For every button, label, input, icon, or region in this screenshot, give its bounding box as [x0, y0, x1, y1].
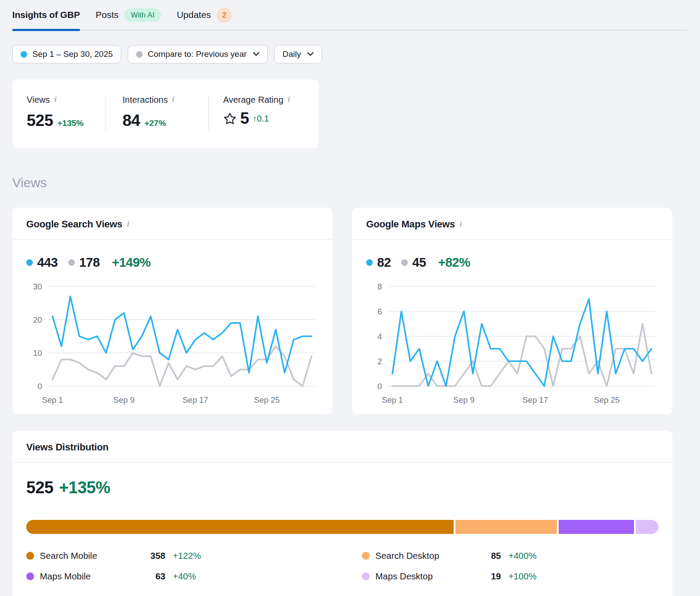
- previous-series-dot-icon: [401, 259, 408, 266]
- legend-item-maps-mobile: Maps Mobile 63 +40%: [26, 571, 362, 582]
- legend-change: +40%: [173, 571, 196, 582]
- legend-item-maps-desktop: Maps Desktop 19 +100%: [362, 571, 658, 582]
- legend-value: 358: [144, 551, 165, 561]
- previous-period-dot-icon: [136, 51, 143, 58]
- svg-text:0: 0: [38, 382, 42, 391]
- svg-text:Sep 25: Sep 25: [594, 395, 620, 404]
- info-icon[interactable]: i: [54, 95, 56, 104]
- summary-average-rating: Average Rating i 5 ↑0.1: [208, 95, 318, 130]
- summary-views-label-row: Views i: [27, 95, 105, 105]
- svg-text:30: 30: [33, 282, 42, 291]
- views-change: +135%: [57, 119, 84, 128]
- maps-mobile-dot-icon: [26, 572, 34, 580]
- tab-insights-of-gbp[interactable]: Insights of GBP: [12, 0, 80, 30]
- legend-item-search-desktop: Search Desktop 85 +400%: [362, 551, 658, 561]
- legend-label: Search Mobile: [40, 551, 144, 561]
- interactions-change: +27%: [144, 119, 166, 128]
- legend-label: Search Desktop: [375, 551, 479, 561]
- tab-label: Posts: [96, 10, 119, 20]
- summary-interactions-label-row: Interactions i: [122, 95, 208, 105]
- svg-text:Sep 1: Sep 1: [382, 395, 403, 404]
- views-distribution-card: Views Distribution 525 +135% Search Mobi…: [12, 431, 672, 596]
- granularity-label: Daily: [283, 49, 301, 59]
- google-maps-views-chart[interactable]: 02468Sep 1Sep 9Sep 17Sep 25: [366, 279, 658, 407]
- chart-title: Google Search Views: [26, 219, 122, 230]
- current-period-dot-icon: [21, 51, 27, 58]
- tab-posts[interactable]: Posts With AI: [96, 0, 161, 30]
- granularity-dropdown[interactable]: Daily: [274, 45, 322, 63]
- legend-value: 85: [479, 551, 501, 561]
- current-series-dot-icon: [26, 259, 33, 266]
- info-icon[interactable]: i: [288, 95, 290, 104]
- legend-value: 63: [144, 571, 165, 582]
- svg-text:6: 6: [378, 307, 382, 316]
- star-icon: [223, 112, 237, 125]
- distribution-bar-segment: [455, 520, 557, 534]
- arrow-up-icon: ↑: [252, 114, 257, 123]
- distribution-stacked-bar[interactable]: [26, 520, 658, 534]
- svg-text:20: 20: [33, 315, 42, 324]
- views-value: 525: [27, 112, 53, 130]
- average-rating-label: Average Rating: [223, 95, 284, 105]
- legend-change: +100%: [508, 571, 536, 582]
- distribution-total: 525 +135%: [26, 478, 658, 497]
- chevron-down-icon: [253, 52, 259, 56]
- views-section-title: Views: [12, 175, 700, 190]
- legend-change: +122%: [173, 551, 201, 561]
- svg-text:0: 0: [378, 382, 382, 391]
- legend-item-search-mobile: Search Mobile 358 +122%: [26, 551, 362, 561]
- distribution-legend: Search Mobile 358 +122% Search Desktop 8…: [26, 551, 658, 582]
- change-percent: +82%: [438, 255, 470, 270]
- info-icon[interactable]: i: [127, 220, 130, 229]
- google-search-views-chart[interactable]: 0102030Sep 1Sep 9Sep 17Sep 25: [26, 279, 318, 407]
- distribution-bar-segment: [26, 520, 454, 534]
- chevron-down-icon: [307, 52, 314, 56]
- chart-title: Google Maps Views: [366, 219, 455, 230]
- summary-card: Views i 525 +135% Interactions i 84 +27%…: [12, 80, 318, 148]
- rating-change-value: 0.1: [257, 114, 269, 123]
- search-desktop-dot-icon: [362, 552, 370, 560]
- date-range-button[interactable]: Sep 1 – Sep 30, 2025: [12, 45, 121, 63]
- maps-desktop-dot-icon: [362, 572, 370, 580]
- compare-to-label: Compare to: Previous year: [148, 49, 247, 59]
- change-percent: +149%: [112, 255, 151, 270]
- compare-to-dropdown[interactable]: Compare to: Previous year: [128, 45, 268, 63]
- google-maps-views-card: Google Maps Views i 82 45 +82% 02468Sep …: [352, 208, 672, 414]
- svg-text:10: 10: [33, 349, 42, 358]
- google-search-views-card: Google Search Views i 443 178 +149% 0102…: [12, 208, 332, 414]
- chart-legend: 82 45 +82%: [366, 255, 658, 270]
- svg-text:Sep 1: Sep 1: [42, 395, 63, 404]
- previous-series-dot-icon: [68, 259, 75, 266]
- svg-text:Sep 9: Sep 9: [113, 395, 134, 404]
- current-series-dot-icon: [366, 259, 373, 266]
- previous-total: 45: [412, 255, 426, 270]
- svg-text:8: 8: [378, 282, 382, 291]
- views-distribution-title: Views Distribution: [12, 431, 672, 463]
- summary-interactions: Interactions i 84 +27%: [105, 95, 208, 130]
- distribution-bar-segment: [559, 520, 634, 534]
- distribution-total-change: +135%: [59, 478, 110, 497]
- interactions-value: 84: [122, 112, 140, 130]
- info-icon[interactable]: i: [172, 95, 174, 104]
- filters-row: Sep 1 – Sep 30, 2025 Compare to: Previou…: [12, 45, 700, 63]
- current-total: 443: [37, 255, 58, 270]
- legend-label: Maps Desktop: [375, 571, 479, 582]
- chart-legend: 443 178 +149%: [26, 255, 318, 270]
- tab-updates[interactable]: Updates 2: [177, 0, 232, 30]
- svg-text:Sep 9: Sep 9: [453, 395, 474, 404]
- svg-text:Sep 17: Sep 17: [522, 395, 548, 404]
- legend-label: Maps Mobile: [40, 571, 144, 582]
- google-search-views-header: Google Search Views i: [12, 208, 332, 240]
- legend-value: 19: [479, 571, 501, 582]
- interactions-label: Interactions: [122, 95, 168, 105]
- rating-change: ↑0.1: [252, 114, 269, 124]
- current-total: 82: [377, 255, 391, 270]
- tab-bar: Insights of GBP Posts With AI Updates 2: [12, 0, 687, 31]
- info-icon[interactable]: i: [460, 220, 462, 229]
- search-mobile-dot-icon: [26, 552, 34, 560]
- previous-total: 178: [79, 255, 100, 270]
- charts-row: Google Search Views i 443 178 +149% 0102…: [12, 208, 672, 414]
- tab-label: Updates: [177, 10, 211, 20]
- summary-views: Views i 525 +135%: [12, 95, 105, 130]
- svg-text:Sep 17: Sep 17: [182, 395, 208, 404]
